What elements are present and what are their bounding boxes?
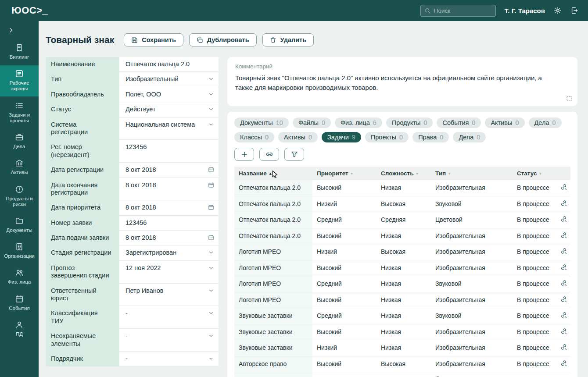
field-value-tiu[interactable]: - xyxy=(119,306,219,328)
table-row[interactable]: Отпечаток пальца 2.0ВысокийНизкаяИзобраз… xyxy=(234,228,570,244)
settings-icon[interactable] xyxy=(554,7,562,14)
unlink-icon[interactable] xyxy=(560,199,567,207)
row-actions xyxy=(556,372,570,377)
table-row[interactable]: Звуковые заставкиВысокийНизкаяИзобразите… xyxy=(234,324,570,340)
sidebar-item-tasks-projects[interactable]: Задачи и проекты xyxy=(0,97,39,128)
table-row[interactable]: Звуковые заставкиНизкийНизкаяИзобразител… xyxy=(234,340,570,356)
unlink-icon[interactable] xyxy=(560,215,567,223)
logout-icon[interactable] xyxy=(570,7,578,14)
unlink-icon[interactable] xyxy=(560,247,567,255)
field-value-text: - xyxy=(125,332,205,340)
unlink-icon[interactable] xyxy=(560,359,567,367)
sidebar-item-billing[interactable]: Биллинг xyxy=(0,39,39,64)
field-value-text: 123456 xyxy=(125,143,214,151)
sidebar-item-pd[interactable]: ПД xyxy=(0,317,39,341)
cell-col1: Высокий xyxy=(312,356,376,372)
tab-documents[interactable]: Документы10 xyxy=(234,117,289,128)
tab-events[interactable]: События0 xyxy=(437,117,481,128)
trash-icon xyxy=(270,37,276,43)
unlink-icon[interactable] xyxy=(560,295,567,303)
resize-handle-icon[interactable] xyxy=(566,96,572,102)
sidebar-item-organizations[interactable]: Организации xyxy=(0,238,39,263)
field-value-app-number[interactable]: 123456 xyxy=(119,216,219,230)
sidebar-item-assets[interactable]: Активы xyxy=(0,155,39,180)
table-row[interactable]: Отпечаток пальца 2.0ВысокийНизкаяИзобраз… xyxy=(234,180,570,196)
field-value-reg-end-date[interactable]: 8 окт 2018 xyxy=(119,178,219,200)
tab-classes[interactable]: Классы0 xyxy=(234,132,274,142)
table-row[interactable]: Авторское правоСреднийНизкаяОперационная… xyxy=(234,372,570,377)
field-value-text: 8 окт 2018 xyxy=(125,234,205,242)
field-value-type[interactable]: Изобразительный xyxy=(119,72,219,86)
field-value-name[interactable]: Отпечаток пальца 2.0 xyxy=(119,57,219,71)
sidebar-item-products-risks[interactable]: Продукты и риски xyxy=(0,181,39,212)
link-button[interactable] xyxy=(259,148,279,161)
table-row[interactable]: Звуковые заставкиСреднийНизкаяЗвуковойВ … xyxy=(234,308,570,324)
unlink-icon[interactable] xyxy=(560,311,567,319)
cases-icon xyxy=(15,133,24,142)
column-header-1[interactable]: Приоритет▼ xyxy=(312,167,376,180)
delete-button[interactable]: Удалить xyxy=(262,33,314,46)
tab-files[interactable]: Файлы0 xyxy=(293,117,331,128)
tab-rights[interactable]: Права0 xyxy=(412,132,449,142)
sidebar-item-cases[interactable]: Дела xyxy=(0,129,39,154)
tab-cases[interactable]: Дела0 xyxy=(529,117,562,128)
column-header-2[interactable]: Сложность▼ xyxy=(376,167,431,180)
unlink-icon[interactable] xyxy=(560,327,567,335)
unlink-icon[interactable] xyxy=(560,263,567,271)
column-header-0[interactable]: Название▲ xyxy=(234,167,312,180)
field-value-stage-forecast[interactable]: 12 ноя 2022 xyxy=(119,261,219,283)
table-row[interactable]: Отпечаток пальца 2.0СреднийСредняяЦветов… xyxy=(234,212,570,228)
search-input[interactable] xyxy=(434,7,492,14)
save-button[interactable]: Сохранить xyxy=(124,33,183,46)
field-value-priority-date[interactable]: 8 окт 2018 xyxy=(119,200,219,215)
cell-col0: Отпечаток пальца 2.0 xyxy=(234,228,312,244)
field-value-contractor[interactable]: - xyxy=(119,352,219,366)
row-actions xyxy=(556,276,570,292)
table-row[interactable]: Логотип МРЕОВысокийНизкаяИзобразительная… xyxy=(234,260,570,276)
field-value-reg-date[interactable]: 8 окт 2018 xyxy=(119,163,219,177)
unlink-icon[interactable] xyxy=(560,343,567,351)
tab-products[interactable]: Продукты0 xyxy=(386,117,433,128)
field-label: Стадия регистрации xyxy=(46,245,119,260)
field-value-stage[interactable]: Зарегистрирован xyxy=(119,245,219,260)
column-header-3[interactable]: Тип▼ xyxy=(431,167,513,180)
search-box[interactable] xyxy=(420,5,496,17)
form-field-type: ТипИзобразительный xyxy=(46,72,219,87)
cell-col1: Средний xyxy=(312,308,376,324)
sidebar-item-workspaces[interactable]: Рабочие экраны xyxy=(0,65,39,96)
table-row[interactable]: Логотип МРЕОНизкийВысокаяИзобразительная… xyxy=(234,244,570,260)
field-value-holder[interactable]: Полет, ООО xyxy=(119,87,219,102)
tab-tasks[interactable]: Задачи9 xyxy=(322,132,361,142)
add-button[interactable] xyxy=(234,148,254,161)
table-row[interactable]: Логотип МРЕОВысокийНизкаяИзобразительная… xyxy=(234,292,570,308)
field-value-unprotected[interactable]: - xyxy=(119,329,219,351)
unlink-icon[interactable] xyxy=(560,231,567,239)
cell-col3: Звуковой xyxy=(431,276,513,292)
field-value-status[interactable]: Действует xyxy=(119,102,219,117)
table-toolbar xyxy=(234,148,570,161)
field-value-reg-number[interactable]: 123456 xyxy=(119,140,219,162)
comment-text[interactable]: Товарный знак "Отпечаток пальца 2.0" акт… xyxy=(235,73,550,92)
unlink-icon[interactable] xyxy=(560,279,567,287)
sidebar-item-events[interactable]: События xyxy=(0,291,39,316)
tab-projects[interactable]: Проекты0 xyxy=(365,132,409,142)
table-row[interactable]: Логотип МРЕОСреднийНизкаяЗвуковойВ проце… xyxy=(234,276,570,292)
tab-assets-2[interactable]: Активы0 xyxy=(278,132,318,142)
field-value-reg-system[interactable]: Национальная система xyxy=(119,117,219,140)
sidebar-expand-button[interactable] xyxy=(0,21,39,39)
field-value-lawyer[interactable]: Петр Иванов xyxy=(119,284,219,306)
tab-cases-2[interactable]: Дела0 xyxy=(453,132,486,142)
table-row[interactable]: Авторское правоВысокийВысокаяИзобразител… xyxy=(234,356,570,372)
filter-icon xyxy=(290,150,298,158)
table-row[interactable]: Отпечаток пальца 2.0НизкийВысокаяЗвуково… xyxy=(234,196,570,212)
sidebar-item-documents[interactable]: Документы xyxy=(0,213,39,238)
sidebar-item-individuals[interactable]: Физ. лица xyxy=(0,264,39,289)
tab-persons[interactable]: Физ. лица6 xyxy=(335,117,382,128)
duplicate-button[interactable]: Дублировать xyxy=(189,33,257,46)
field-value-app-date[interactable]: 8 окт 2018 xyxy=(119,231,219,245)
user-name[interactable]: Т. Г. Тарасов xyxy=(505,7,545,14)
tab-assets[interactable]: Активы0 xyxy=(485,117,524,128)
column-header-4[interactable]: Статус▼ xyxy=(513,167,556,180)
unlink-icon[interactable] xyxy=(560,183,567,191)
filter-button[interactable] xyxy=(284,148,304,161)
